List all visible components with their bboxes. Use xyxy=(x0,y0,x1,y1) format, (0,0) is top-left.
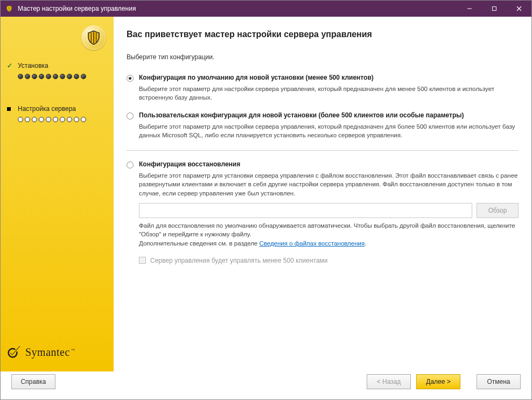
symantec-check-icon xyxy=(7,343,22,361)
window-controls xyxy=(457,1,531,17)
shield-logo-icon xyxy=(81,25,106,50)
progress-dot xyxy=(60,117,65,122)
progress-dot xyxy=(53,117,58,122)
recovery-info-link[interactable]: Сведения о файлах восстановления xyxy=(259,240,365,247)
step-install: ✓ Установка xyxy=(7,62,107,79)
sidebar: ✓ Установка Настройка сервера Symantec™ xyxy=(1,17,114,371)
titlebar: Мастер настройки сервера управления xyxy=(1,1,531,17)
progress-dot xyxy=(39,74,44,79)
progress-dot xyxy=(74,117,79,122)
current-step-icon xyxy=(7,105,15,113)
option-desc: Выберите этот параметр для настройки сер… xyxy=(139,85,519,102)
progress-dot xyxy=(67,74,72,79)
app-shield-icon xyxy=(5,4,13,13)
progress-dot xyxy=(74,74,79,79)
svg-rect-1 xyxy=(493,7,496,11)
progress-dot xyxy=(60,74,65,79)
progress-dot xyxy=(32,117,37,122)
progress-dot xyxy=(25,117,30,122)
progress-dot xyxy=(18,74,23,79)
progress-dot xyxy=(81,74,86,79)
radio-icon[interactable] xyxy=(127,75,134,82)
progress-dot xyxy=(39,117,44,122)
symantec-label: Symantec™ xyxy=(25,346,75,359)
window-title: Мастер настройки сервера управления xyxy=(18,5,457,12)
back-button[interactable]: < Назад xyxy=(367,374,411,389)
close-button[interactable] xyxy=(507,1,531,17)
radio-icon[interactable] xyxy=(127,113,134,120)
browse-button[interactable]: Обзор xyxy=(477,203,519,218)
checkbox-label: Сервер управления будет управлять менее … xyxy=(150,257,328,264)
footer-buttons: Справка < Назад Далее > Отмена xyxy=(1,371,531,399)
help-button[interactable]: Справка xyxy=(11,374,55,389)
progress-dot xyxy=(25,74,30,79)
maximize-button[interactable] xyxy=(482,1,507,17)
radio-icon[interactable] xyxy=(127,162,134,169)
progress-dot xyxy=(46,117,51,122)
check-icon: ✓ xyxy=(7,62,15,69)
option-default-config[interactable]: Конфигурация по умолчанию для новой уста… xyxy=(127,72,519,109)
option-title: Пользовательская конфигурация для новой … xyxy=(139,111,519,119)
content-area: Вас приветствует мастер настройки сервер… xyxy=(114,17,531,371)
divider xyxy=(127,150,519,151)
option-title: Конфигурация восстановления xyxy=(139,160,519,168)
step-server-config: Настройка сервера xyxy=(7,105,107,122)
progress-dot xyxy=(53,74,58,79)
progress-dot xyxy=(81,117,86,122)
step-progress-dots xyxy=(7,117,107,122)
checkbox-icon xyxy=(139,257,146,264)
option-recovery-config[interactable]: Конфигурация восстановления Выберите это… xyxy=(127,158,519,266)
progress-dot xyxy=(67,117,72,122)
cancel-button[interactable]: Отмена xyxy=(477,374,521,389)
minimize-button[interactable] xyxy=(457,1,482,17)
step-label: Установка xyxy=(18,62,48,69)
symantec-brand: Symantec™ xyxy=(7,343,107,361)
progress-dot xyxy=(18,117,23,122)
progress-dot xyxy=(46,74,51,79)
step-label: Настройка сервера xyxy=(18,105,76,113)
page-heading: Вас приветствует мастер настройки сервер… xyxy=(127,30,519,39)
option-desc: Выберите этот параметр для настройки сер… xyxy=(139,122,519,139)
step-progress-dots xyxy=(7,74,107,79)
manage-less-500-checkbox-row: Сервер управления будет управлять менее … xyxy=(139,257,519,264)
next-button[interactable]: Далее > xyxy=(416,374,460,389)
option-title: Конфигурация по умолчанию для новой уста… xyxy=(139,74,519,81)
wizard-window: Мастер настройки сервера управления ✓ Ус… xyxy=(0,0,532,400)
progress-dot xyxy=(32,74,37,79)
option-desc: Выберите этот параметр для установки сер… xyxy=(139,171,519,197)
recovery-note: Файл для восстановления по умолчанию обн… xyxy=(139,221,519,248)
page-subtext: Выберите тип конфигурации. xyxy=(127,53,519,61)
option-custom-config[interactable]: Пользовательская конфигурация для новой … xyxy=(127,109,519,147)
recovery-file-input[interactable] xyxy=(139,203,472,218)
wizard-body: ✓ Установка Настройка сервера Symantec™ xyxy=(1,17,531,371)
